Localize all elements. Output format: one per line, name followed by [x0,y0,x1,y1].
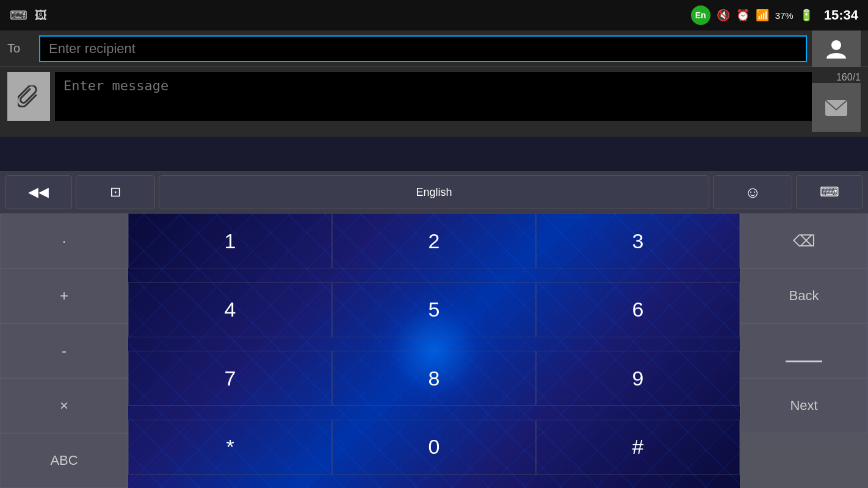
key-9[interactable]: 9 [536,351,740,406]
clock: 15:34 [824,7,858,23]
key-6[interactable]: 6 [536,282,740,337]
contact-picker-button[interactable] [812,30,861,67]
svg-point-0 [831,40,841,50]
language-badge: En [691,5,711,25]
minus-key[interactable]: - [0,323,128,378]
key-8[interactable]: 8 [332,351,536,406]
abc-key[interactable]: ABC [0,433,128,488]
backspace-key[interactable]: ⌫ [740,214,868,268]
send-icon [824,95,848,120]
keyboard-hide-button[interactable]: ⌨ [796,175,863,209]
status-left-icons: ⌨ 🖼 [10,8,47,23]
left-column: · + - × ABC [0,214,128,488]
message-row: 160/1 [0,67,868,137]
to-label: To [7,41,32,56]
alarm-icon: ⏰ [736,9,750,22]
char-count: 160/1 [812,72,861,83]
key-7[interactable]: 7 [128,351,332,406]
mute-icon: 🔇 [717,9,730,22]
key-5[interactable]: 5 [332,282,536,337]
times-key[interactable]: × [0,378,128,433]
next-key[interactable]: Next [740,378,868,433]
keyboard-icon: ⌨ [10,8,27,23]
emoji-button[interactable]: ☺ [713,175,792,209]
numpad-container: · + - × ABC 1 2 3 4 5 6 7 8 [0,214,868,488]
message-input[interactable] [55,72,812,121]
signal-icon: 📶 [756,9,769,22]
paperclip-icon [18,85,40,107]
key-star[interactable]: * [128,420,332,475]
to-row: To [0,30,868,67]
keyboard-top-row: ◀◀ ⊡ English ☺ ⌨ [0,171,868,214]
key-3[interactable]: 3 [536,214,740,268]
recipient-input[interactable] [39,35,807,62]
language-button[interactable]: English [159,175,709,209]
plus-key[interactable]: + [0,268,128,323]
key-4[interactable]: 4 [128,282,332,337]
key-2[interactable]: 2 [332,214,536,268]
battery-icon: 🔋 [800,9,813,22]
image-icon: 🖼 [35,9,47,23]
space-key[interactable] [740,323,868,378]
key-hash[interactable]: # [536,420,740,475]
battery-level: 37% [775,10,794,21]
right-column: ⌫ Back Next [740,214,868,488]
send-button[interactable] [812,83,861,132]
messaging-area: To 160/1 [0,30,868,137]
keyboard-area: ◀◀ ⊡ English ☺ ⌨ · + - × [0,171,868,488]
back-word-key[interactable]: Back [740,268,868,323]
dot-key[interactable]: · [0,214,128,268]
key-0[interactable]: 0 [332,420,536,475]
main-numpad: 1 2 3 4 5 6 7 8 9 * 0 # [128,214,740,488]
attach-button[interactable] [7,72,50,121]
status-bar: ⌨ 🖼 En 🔇 ⏰ 📶 37% 🔋 15:34 [0,0,868,30]
clipboard-button[interactable]: ⊡ [76,175,155,209]
contact-icon [824,37,848,61]
keyboard-back-button[interactable]: ◀◀ [5,175,72,209]
key-1[interactable]: 1 [128,214,332,268]
